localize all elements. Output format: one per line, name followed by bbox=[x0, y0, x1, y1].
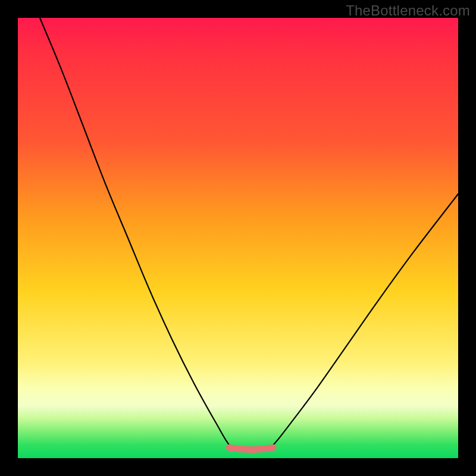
plot-area bbox=[18, 18, 458, 458]
watermark-text: TheBottleneck.com bbox=[346, 2, 470, 19]
flat-segment-path bbox=[229, 447, 273, 450]
bottleneck-curve-path bbox=[40, 18, 458, 450]
chart-frame: TheBottleneck.com bbox=[0, 0, 476, 476]
bottleneck-curve-svg bbox=[18, 18, 458, 458]
